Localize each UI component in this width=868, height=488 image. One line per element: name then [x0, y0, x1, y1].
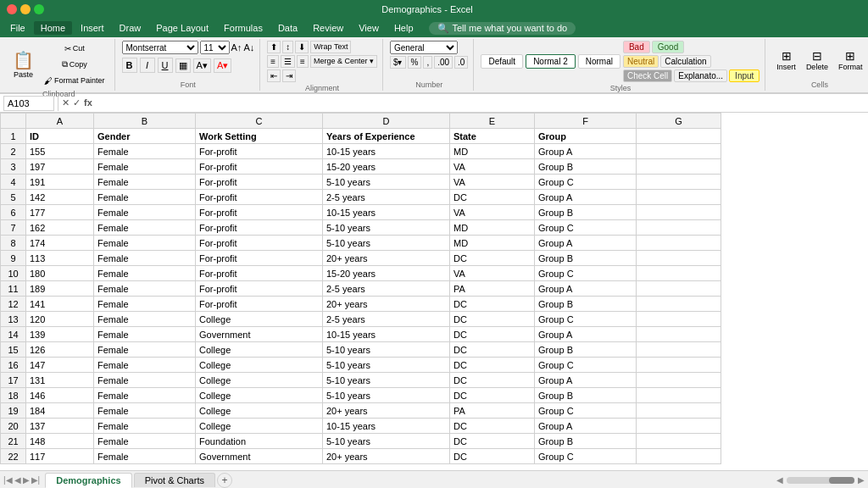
cell-a5[interactable]: 142 [26, 190, 94, 205]
cell-e5[interactable]: DC [450, 190, 535, 205]
cell-d4[interactable]: 5-10 years [323, 175, 450, 190]
cell-f4[interactable]: Group C [535, 175, 637, 190]
cell-b3[interactable]: Female [94, 159, 196, 175]
cell-b2[interactable]: Female [94, 144, 196, 159]
row-num-18[interactable]: 18 [1, 388, 26, 403]
cell-f13[interactable]: Group C [535, 312, 637, 327]
col-header-b[interactable]: B [94, 114, 196, 129]
cell-f10[interactable]: Group C [535, 266, 637, 281]
cell-g3[interactable] [637, 159, 721, 175]
row-num-16[interactable]: 16 [1, 358, 26, 373]
style-checkcell[interactable]: Check Cell [623, 69, 672, 82]
cell-e18[interactable]: DC [450, 388, 535, 403]
indent-decrease-button[interactable]: ⇤ [267, 69, 281, 82]
add-sheet-button[interactable]: + [217, 473, 232, 488]
style-normal2[interactable]: Normal 2 [526, 54, 576, 69]
col-header-a[interactable]: A [26, 114, 94, 129]
format-painter-button[interactable]: 🖌Format Painter [40, 73, 109, 88]
enter-icon[interactable]: ✓ [73, 97, 81, 108]
cell-g19[interactable] [637, 403, 721, 419]
sheet-nav-next[interactable]: ▶ [23, 475, 30, 485]
cell-f18[interactable]: Group B [535, 388, 637, 403]
cell-d21[interactable]: 5-10 years [323, 434, 450, 449]
close-button[interactable] [7, 4, 17, 14]
cell-b4[interactable]: Female [94, 175, 196, 190]
window-controls[interactable] [7, 4, 44, 14]
cell-g12[interactable] [637, 297, 721, 312]
cell-a16[interactable]: 147 [26, 358, 94, 373]
cell-d8[interactable]: 5-10 years [323, 236, 450, 251]
cell-c13[interactable]: College [196, 312, 323, 327]
cell-b22[interactable]: Female [94, 449, 196, 464]
menu-home[interactable]: Home [34, 21, 72, 35]
copy-button[interactable]: ⧉Copy [40, 57, 109, 72]
cell-e15[interactable]: DC [450, 342, 535, 358]
cell-a18[interactable]: 146 [26, 388, 94, 403]
cell-a21[interactable]: 148 [26, 434, 94, 449]
align-center-button[interactable]: ☰ [281, 55, 295, 68]
sheet-tab-demographics[interactable]: Demographics [45, 473, 131, 488]
cell-c12[interactable]: For-profit [196, 297, 323, 312]
row-num-5[interactable]: 5 [1, 190, 26, 205]
cell-e11[interactable]: PA [450, 281, 535, 297]
menu-file[interactable]: File [3, 21, 32, 35]
function-icon[interactable]: fx [84, 97, 92, 108]
style-input[interactable]: Input [729, 69, 760, 82]
cell-b13[interactable]: Female [94, 312, 196, 327]
cell-c22[interactable]: Government [196, 449, 323, 464]
cell-b12[interactable]: Female [94, 297, 196, 312]
col-header-c[interactable]: C [196, 114, 323, 129]
cell-e14[interactable]: DC [450, 327, 535, 342]
cell-c19[interactable]: College [196, 403, 323, 419]
col-header-d[interactable]: D [323, 114, 450, 129]
cell-e13[interactable]: DC [450, 312, 535, 327]
scroll-right-icon[interactable]: ▶ [858, 475, 865, 485]
align-bottom-button[interactable]: ⬇ [295, 41, 309, 53]
cell-b17[interactable]: Female [94, 373, 196, 388]
sheet-tab-pivot[interactable]: Pivot & Charts [134, 473, 215, 487]
cell-d9[interactable]: 20+ years [323, 251, 450, 266]
cell-d15[interactable]: 5-10 years [323, 342, 450, 358]
row-num-6[interactable]: 6 [1, 205, 26, 220]
cell-g11[interactable] [637, 281, 721, 297]
align-top-button[interactable]: ⬆ [267, 41, 281, 53]
cell-c20[interactable]: College [196, 419, 323, 434]
cell-a22[interactable]: 117 [26, 449, 94, 464]
cell-d1[interactable]: Years of Experience [323, 129, 450, 144]
cell-g14[interactable] [637, 327, 721, 342]
cell-b14[interactable]: Female [94, 327, 196, 342]
cell-a8[interactable]: 174 [26, 236, 94, 251]
delete-button[interactable]: ⊟ Delete [802, 42, 832, 79]
cell-a3[interactable]: 197 [26, 159, 94, 175]
cell-c18[interactable]: College [196, 388, 323, 403]
cell-g21[interactable] [637, 434, 721, 449]
sheet-nav-last[interactable]: ▶| [31, 475, 41, 485]
cell-a6[interactable]: 177 [26, 205, 94, 220]
insert-button[interactable]: ⊞ Insert [772, 42, 800, 79]
row-num-21[interactable]: 21 [1, 434, 26, 449]
cell-d10[interactable]: 15-20 years [323, 266, 450, 281]
number-format-select[interactable]: General [390, 41, 458, 54]
horizontal-scrollbar[interactable] [787, 477, 854, 484]
cell-f2[interactable]: Group A [535, 144, 637, 159]
align-middle-button[interactable]: ↕ [282, 41, 293, 53]
menu-review[interactable]: Review [306, 21, 350, 35]
cell-c17[interactable]: College [196, 373, 323, 388]
sheet-nav-prev[interactable]: ◀ [14, 475, 21, 485]
cell-d6[interactable]: 10-15 years [323, 205, 450, 220]
cell-c10[interactable]: For-profit [196, 266, 323, 281]
cell-c6[interactable]: For-profit [196, 205, 323, 220]
cell-d18[interactable]: 5-10 years [323, 388, 450, 403]
cell-d3[interactable]: 15-20 years [323, 159, 450, 175]
col-header-g[interactable]: G [637, 114, 721, 129]
cell-g20[interactable] [637, 419, 721, 434]
cell-f5[interactable]: Group A [535, 190, 637, 205]
maximize-button[interactable] [34, 4, 44, 14]
cell-f16[interactable]: Group C [535, 358, 637, 373]
cell-d11[interactable]: 2-5 years [323, 281, 450, 297]
cell-e8[interactable]: MD [450, 236, 535, 251]
cell-g17[interactable] [637, 373, 721, 388]
cell-e4[interactable]: VA [450, 175, 535, 190]
cell-f17[interactable]: Group A [535, 373, 637, 388]
cell-e3[interactable]: VA [450, 159, 535, 175]
